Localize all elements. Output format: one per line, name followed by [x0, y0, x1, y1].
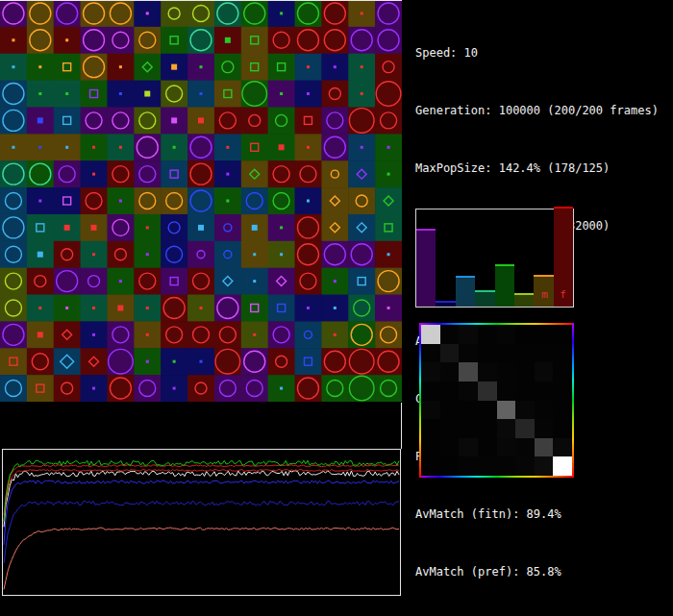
stats-panel: Speed: 10 Generation: 100000 (200/200 fr…	[415, 5, 665, 616]
heatmap-cell	[553, 382, 572, 401]
species-bar-chart: m f	[415, 209, 574, 308]
heatmap-cell	[478, 419, 497, 438]
heatmap-cell	[440, 344, 460, 363]
bar-cap-orange	[534, 275, 553, 277]
stat-speed: Speed: 10	[415, 43, 665, 62]
heatmap-cell	[535, 325, 554, 344]
heatmap-cell	[515, 456, 535, 476]
heatmap-cell	[459, 438, 478, 457]
heatmap-cell	[535, 438, 554, 457]
heatmap-cell	[535, 401, 554, 420]
heatmap-cells	[421, 325, 572, 476]
heatmap-cell	[421, 325, 440, 344]
heatmap-cell	[478, 401, 497, 420]
heatmap-cell	[478, 438, 497, 457]
stat-maxpopsize: MaxPopSize: 142.4% (178/125)	[415, 159, 665, 178]
heatmap-cell	[553, 325, 572, 344]
heatmap-cell	[459, 382, 478, 401]
heatmap-cell	[497, 438, 516, 457]
bar-cap-green	[495, 264, 514, 266]
heatmap-cell	[478, 325, 497, 344]
heatmap-cell	[421, 344, 440, 363]
heatmap-cell	[459, 344, 478, 363]
heatmap-cell	[440, 419, 460, 438]
bar-cap-sea	[475, 290, 494, 292]
heatmap-cell	[497, 419, 516, 438]
stat-avmatch-fitn: AvMatch (fitn): 89.4%	[415, 505, 665, 524]
bar-cap-steel	[456, 276, 475, 278]
heatmap-cell	[421, 362, 440, 382]
heatmap-cell	[497, 456, 516, 476]
bar-blue	[436, 301, 455, 307]
heatmap-cell	[515, 362, 535, 382]
bar-olive	[514, 293, 534, 307]
world-grid-canvas[interactable]	[0, 0, 402, 402]
heatmap-cell	[515, 419, 535, 438]
heatmap-cell	[497, 382, 516, 401]
history-line-chart	[2, 449, 401, 596]
heatmap-cell	[440, 362, 460, 382]
bar-sea	[475, 290, 494, 307]
bar-steel	[456, 276, 475, 307]
heatmap-cell	[515, 438, 535, 457]
heatmap-cell	[421, 382, 440, 401]
stat-generation: Generation: 100000 (200/200 frames)	[415, 101, 665, 120]
heatmap-cell	[515, 382, 535, 401]
heatmap-cell	[535, 419, 554, 438]
heatmap-cell	[440, 382, 460, 401]
heatmap-cell	[515, 325, 535, 344]
bar-cap-red	[554, 207, 573, 209]
simulation-window: Speed: 10 Generation: 100000 (200/200 fr…	[0, 0, 673, 616]
heatmap-cell	[553, 344, 572, 363]
heatmap-cell	[535, 362, 554, 382]
heatmap-cell	[535, 456, 554, 476]
heatmap-cell	[459, 362, 478, 382]
heatmap-border-bottom	[419, 476, 574, 478]
heatmap-cell	[515, 401, 535, 420]
heatmap-cell	[478, 344, 497, 363]
heatmap-cell	[497, 344, 516, 363]
heatmap-cell	[478, 456, 497, 476]
heatmap-cell	[478, 362, 497, 382]
heatmap-cell	[497, 362, 516, 382]
heatmap-cell	[535, 382, 554, 401]
stat-avmatch-pref: AvMatch (pref): 85.8%	[415, 562, 665, 581]
history-line-chart-canvas	[3, 450, 400, 595]
heatmap-cell	[553, 362, 572, 382]
frame-progress-line	[0, 0, 402, 1]
heatmap-cell	[497, 401, 516, 420]
heatmap-cell	[421, 438, 440, 457]
heatmap-cell	[440, 325, 460, 344]
heatmap-cell	[440, 401, 460, 420]
heatmap-cell	[459, 325, 478, 344]
bar-violet	[416, 229, 436, 307]
frame-progress-tick	[401, 403, 402, 449]
bar-chart-mf-label: m f	[541, 288, 569, 301]
bar-green	[495, 264, 514, 307]
heatmap-cell	[440, 456, 460, 476]
heatmap-cell	[459, 456, 478, 476]
heatmap-cell	[421, 456, 440, 476]
heatmap-cell	[553, 438, 572, 457]
heatmap-cell	[553, 401, 572, 420]
heatmap-cell	[440, 438, 460, 457]
bar-cap-blue	[436, 301, 455, 303]
heatmap-cell	[535, 344, 554, 363]
heatmap-cell	[459, 419, 478, 438]
bar-cap-olive	[514, 293, 534, 295]
heatmap-cell	[553, 456, 572, 476]
heatmap-cell	[421, 401, 440, 420]
heatmap-cell	[553, 419, 572, 438]
heatmap-cell	[459, 401, 478, 420]
heatmap-cell	[421, 419, 440, 438]
heatmap-cell	[497, 325, 516, 344]
heatmap-border-right	[572, 323, 574, 478]
bar-cap-violet	[416, 229, 436, 231]
mating-matrix-heatmap	[419, 323, 574, 478]
heatmap-cell	[515, 344, 535, 363]
heatmap-cell	[478, 382, 497, 401]
